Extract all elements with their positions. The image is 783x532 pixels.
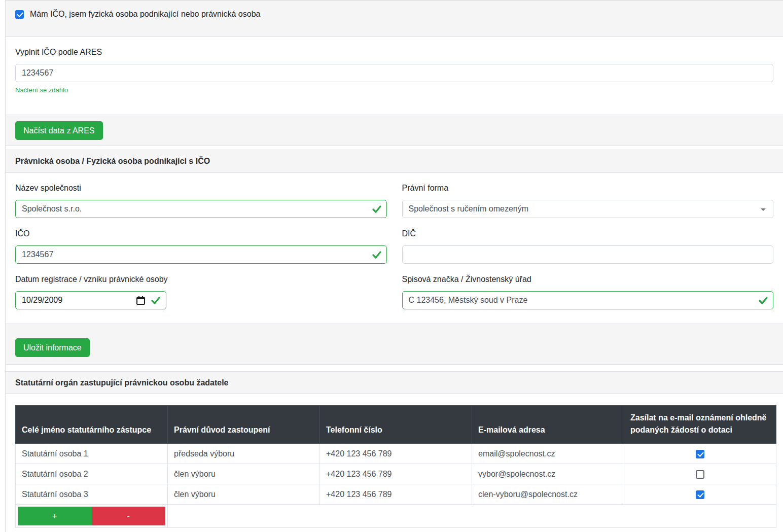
add-row-button[interactable]: + [18, 507, 92, 525]
remove-row-button[interactable]: - [92, 507, 166, 525]
company-name-input[interactable] [15, 200, 387, 218]
has-ico-checkbox[interactable] [15, 10, 24, 19]
table-row: Statutární osoba 2 člen výboru +420 123 … [16, 464, 776, 484]
legal-form-field: Právní forma Společnost s ručením omezen… [402, 182, 774, 218]
ico-field: IČO [15, 228, 387, 264]
table-footer-row: + - [16, 505, 776, 528]
registration-date-input[interactable]: 10/29/2009 [15, 291, 166, 309]
dic-field: DIČ [402, 228, 774, 264]
statutory-table-section: Celé jméno statutárního zástupce Právní … [6, 394, 783, 532]
table-row: Statutární osoba 3 člen výboru +420 123 … [16, 484, 776, 505]
legal-form-label: Právní forma [402, 182, 774, 194]
statutory-section-title: Statutární orgán zastupující právnickou … [15, 378, 229, 387]
legal-form-selected-value: Společnost s ručením omezeným [409, 204, 529, 213]
statutory-section-header: Statutární orgán zastupující právnickou … [6, 371, 783, 394]
column-header-email: E-mailová adresa [472, 406, 624, 444]
registration-date-label: Datum registrace / vzniku právnické osob… [15, 273, 387, 286]
ares-lookup-section: Vyplnit IČO podle ARES Načtení se zdařil… [6, 37, 783, 115]
chevron-down-icon [761, 208, 766, 211]
has-ico-checkbox-row[interactable]: Mám IČO, jsem fyzická osoba podnikající … [15, 10, 773, 19]
save-button-bar: Uložit informace [6, 324, 783, 365]
save-info-button[interactable]: Uložit informace [15, 338, 90, 357]
cell-reason: člen výboru [168, 484, 320, 505]
registration-date-field: Datum registrace / vzniku právnické osob… [15, 273, 387, 309]
statutory-table: Celé jméno statutárního zástupce Právní … [15, 405, 776, 528]
column-header-phone: Telefonní číslo [320, 406, 472, 444]
load-ares-button[interactable]: Načíst data z ARES [15, 121, 103, 140]
company-name-label: Název společnosti [15, 182, 387, 194]
notify-checkbox[interactable] [696, 490, 704, 499]
footer-empty-cell [168, 505, 776, 528]
column-header-name: Celé jméno statutárního zástupce [16, 406, 168, 444]
notify-checkbox[interactable] [696, 470, 704, 479]
has-ico-section: Mám IČO, jsem fyzická osoba podnikající … [6, 0, 783, 37]
cell-name: Statutární osoba 2 [16, 464, 168, 484]
ares-button-bar: Načíst data z ARES [6, 115, 783, 146]
calendar-icon[interactable] [136, 296, 146, 305]
registration-date-value: 10/29/2009 [22, 296, 62, 304]
table-row: Statutární osoba 1 předseda výboru +420 … [16, 444, 776, 464]
column-header-reason: Právní důvod zastoupení [168, 406, 320, 444]
cell-email: email@spolecnost.cz [472, 444, 624, 464]
ares-success-message: Načtení se zdařilo [15, 86, 773, 94]
form-container: Mám IČO, jsem fyzická osoba podnikající … [5, 0, 783, 532]
company-section-header: Právnická osoba / Fyzická osoba podnikaj… [6, 150, 783, 173]
cell-name: Statutární osoba 3 [16, 484, 168, 505]
cell-email: vybor@spolecnost.cz [472, 464, 624, 484]
cell-phone: +420 123 456 789 [320, 464, 472, 484]
valid-check-icon [151, 295, 161, 305]
cell-reason: předseda výboru [168, 444, 320, 464]
cell-phone: +420 123 456 789 [320, 484, 472, 505]
table-header-row: Celé jméno statutárního zástupce Právní … [16, 406, 776, 444]
cell-reason: člen výboru [168, 464, 320, 484]
column-header-notify: Zasílat na e-mail oznámení ohledně podan… [624, 406, 776, 444]
ico-label: IČO [15, 228, 387, 240]
dic-label: DIČ [402, 228, 774, 240]
company-form: Název společnosti Právní forma Společnos… [6, 173, 783, 324]
ico-input[interactable] [15, 245, 387, 264]
legal-form-select[interactable]: Společnost s ručením omezeným [402, 200, 774, 218]
ares-ico-label: Vyplnit IČO podle ARES [15, 46, 773, 58]
file-reference-input[interactable] [402, 291, 774, 309]
company-section-title: Právnická osoba / Fyzická osoba podnikaj… [15, 157, 210, 166]
cell-name: Statutární osoba 1 [16, 444, 168, 464]
dic-input[interactable] [402, 245, 774, 264]
company-name-field: Název společnosti [15, 182, 387, 218]
has-ico-checkbox-label: Mám IČO, jsem fyzická osoba podnikající … [30, 10, 260, 19]
file-reference-field: Spisová značka / Živnostenský úřad [402, 273, 774, 309]
file-reference-label: Spisová značka / Živnostenský úřad [402, 273, 774, 286]
notify-checkbox[interactable] [696, 450, 704, 458]
ares-ico-input[interactable] [15, 64, 773, 82]
cell-email: clen-vyboru@spolecnost.cz [472, 484, 624, 505]
cell-phone: +420 123 456 789 [320, 444, 472, 464]
